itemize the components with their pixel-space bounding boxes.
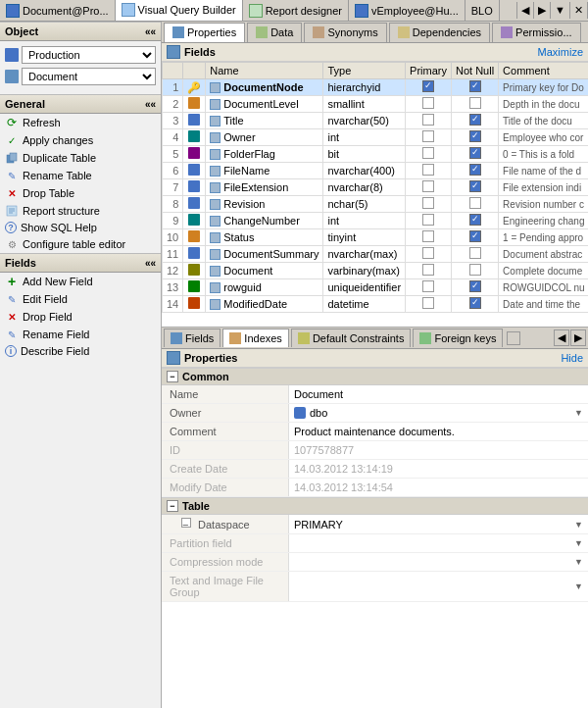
tab-dependencies[interactable]: Dependencies	[389, 23, 490, 42]
menu-configure-table-editor[interactable]: ⚙ Configure table editor	[0, 235, 161, 253]
tab-blo[interactable]: BLO	[466, 0, 500, 22]
table-row[interactable]: 11DocumentSummarynvarchar(max)Document a…	[163, 246, 589, 263]
table-row[interactable]: 2DocumentLevelsmallintDepth in the docu	[163, 96, 589, 113]
menu-apply-changes[interactable]: ✓ Apply changes	[0, 131, 161, 149]
primary-checkbox[interactable]	[406, 279, 452, 296]
maximize-link[interactable]: Maximize	[538, 46, 583, 58]
notnull-checkbox[interactable]	[451, 213, 498, 229]
general-collapse-icon[interactable]: ««	[145, 99, 156, 110]
primary-checkbox[interactable]	[406, 246, 452, 263]
notnull-checkbox[interactable]	[451, 163, 498, 179]
menu-report-structure[interactable]: Report structure	[0, 202, 161, 220]
tab-dropdown[interactable]: ▼	[551, 2, 570, 19]
menu-duplicate-table[interactable]: Duplicate Table	[0, 149, 161, 167]
menu-rename-table[interactable]: ✎ Rename Table	[0, 167, 161, 184]
textimage-dropdown-arrow[interactable]: ▼	[574, 582, 583, 591]
tab-close[interactable]: ✕	[570, 2, 588, 19]
notnull-checkbox[interactable]	[451, 246, 498, 263]
document-select[interactable]: Document	[22, 68, 156, 85]
tab-properties[interactable]: Properties	[164, 23, 245, 42]
primary-checkbox[interactable]	[406, 229, 452, 246]
tab-permissions[interactable]: Permissio...	[492, 23, 580, 42]
primary-checkbox[interactable]	[406, 146, 452, 163]
table-row[interactable]: 3Titlenvarchar(50)Title of the docu	[163, 113, 589, 129]
table-row[interactable]: 8Revisionnchar(5)Revision number c	[163, 196, 589, 213]
tab-default-constraints[interactable]: Default Constraints	[291, 329, 412, 347]
production-select[interactable]: Production	[22, 46, 156, 64]
tab-indexes[interactable]: Indexes	[222, 329, 289, 347]
table-row[interactable]: 9ChangeNumberintEngineering chang	[163, 213, 589, 229]
notnull-checkbox[interactable]	[451, 129, 498, 146]
dataspace-dropdown-arrow[interactable]: ▼	[574, 520, 583, 530]
table-row[interactable]: 1🔑DocumentNodehierarchyidPrimary key for…	[163, 79, 589, 96]
props-dataspace-value[interactable]: PRIMARY ▼	[289, 515, 588, 533]
common-collapse-btn[interactable]: −	[167, 371, 178, 382]
tab-foreign-keys[interactable]: Foreign keys	[413, 329, 503, 347]
menu-add-new-field[interactable]: + Add New Field	[0, 273, 161, 290]
table-row[interactable]: 4OwnerintEmployee who cor	[163, 129, 589, 146]
primary-checkbox[interactable]	[406, 263, 452, 279]
hide-link[interactable]: Hide	[561, 352, 583, 364]
tab-fields-bottom[interactable]: Fields	[164, 329, 220, 347]
table-row[interactable]: 7FileExtensionnvarchar(8)File extension …	[163, 179, 589, 196]
notnull-checkbox[interactable]	[451, 113, 498, 129]
tab-document[interactable]: Document@Pro...	[0, 0, 116, 22]
tab-report[interactable]: Report designer	[243, 0, 349, 22]
notnull-checkbox[interactable]	[451, 229, 498, 246]
notnull-checkbox[interactable]	[451, 146, 498, 163]
notnull-checkbox[interactable]	[451, 296, 498, 313]
menu-show-sql-help[interactable]: ? Show SQL Help	[0, 220, 161, 235]
scroll-left[interactable]: ◀	[554, 329, 569, 346]
fields-collapse-icon[interactable]: ««	[145, 258, 156, 269]
menu-drop-field[interactable]: ✕ Drop Field	[0, 308, 161, 326]
primary-checkbox[interactable]	[406, 163, 452, 179]
checkbox-unchecked	[422, 214, 434, 226]
owner-dropdown-arrow[interactable]: ▼	[574, 408, 583, 418]
primary-checkbox[interactable]	[406, 213, 452, 229]
menu-rename-field[interactable]: ✎ Rename Field	[0, 326, 161, 343]
notnull-checkbox[interactable]	[451, 179, 498, 196]
table-row[interactable]: 10Statustinyint1 = Pending appro	[163, 229, 589, 246]
dataspace-collapse-btn[interactable]: −	[181, 518, 191, 528]
field-comment: 1 = Pending appro	[499, 229, 588, 246]
tab-arrow-left[interactable]: ◀	[517, 2, 534, 19]
menu-refresh[interactable]: ⟳ Refresh	[0, 114, 161, 131]
notnull-checkbox[interactable]	[451, 79, 498, 96]
tab-vqb[interactable]: Visual Query Builder	[116, 0, 243, 22]
table-row[interactable]: 6FileNamenvarchar(400)File name of the d	[163, 163, 589, 179]
table-row[interactable]: 14ModifiedDatedatetimeDate and time the	[163, 296, 589, 313]
primary-checkbox[interactable]	[406, 79, 452, 96]
notnull-checkbox[interactable]	[451, 96, 498, 113]
field-type-icon	[210, 249, 220, 260]
props-compression-value[interactable]: ▼	[289, 553, 588, 571]
table-row[interactable]: 5FolderFlagbit0 = This is a fold	[163, 146, 589, 163]
props-owner-value[interactable]: dbo ▼	[289, 404, 588, 422]
primary-checkbox[interactable]	[406, 196, 452, 213]
compression-dropdown-arrow[interactable]: ▼	[574, 557, 583, 567]
extra-tab-icon[interactable]	[507, 331, 520, 345]
primary-checkbox[interactable]	[406, 179, 452, 196]
notnull-checkbox[interactable]	[451, 279, 498, 296]
table-collapse-btn[interactable]: −	[167, 500, 178, 512]
primary-checkbox[interactable]	[406, 96, 452, 113]
props-textimage-value[interactable]: ▼	[289, 572, 588, 601]
primary-checkbox[interactable]	[406, 129, 452, 146]
tab-vemp[interactable]: vEmployee@Hu...	[349, 0, 466, 22]
partition-dropdown-arrow[interactable]: ▼	[574, 538, 583, 548]
menu-edit-field[interactable]: ✎ Edit Field	[0, 290, 161, 308]
object-collapse-icon[interactable]: ««	[145, 26, 156, 37]
menu-drop-table[interactable]: ✕ Drop Table	[0, 184, 161, 202]
tab-data[interactable]: Data	[247, 23, 302, 42]
primary-checkbox[interactable]	[406, 296, 452, 313]
tab-synonyms[interactable]: Synonyms	[304, 23, 386, 42]
table-row[interactable]: 13rowguiduniqueidentifierROWGUIDCOL nu	[163, 279, 589, 296]
table-row[interactable]: 12Documentvarbinary(max)Complete docume	[163, 263, 589, 279]
notnull-checkbox[interactable]	[451, 196, 498, 213]
tab-arrow-right[interactable]: ▶	[534, 2, 551, 19]
scroll-right[interactable]: ▶	[570, 329, 586, 346]
menu-describe-field[interactable]: i Describe Field	[0, 343, 161, 359]
props-partition-value[interactable]: ▼	[289, 534, 588, 552]
primary-checkbox[interactable]	[406, 113, 452, 129]
notnull-checkbox[interactable]	[451, 263, 498, 279]
fields-table-container[interactable]: Name Type Primary Not Null Comment 1🔑Doc…	[162, 62, 588, 327]
